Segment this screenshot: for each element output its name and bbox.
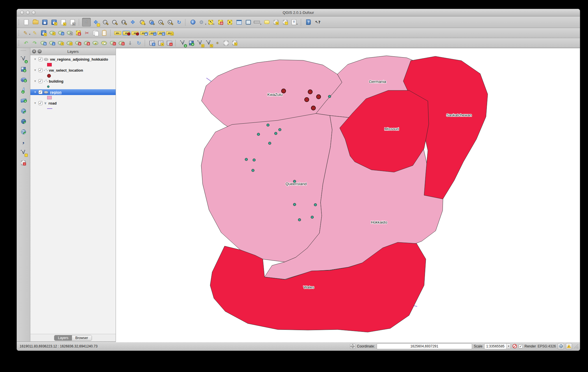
add-raster-layer-button[interactable]: + [19, 65, 28, 74]
save-project-button[interactable] [40, 18, 49, 27]
offline-editing-remove-button[interactable]: − [165, 39, 173, 47]
grass-tools-button[interactable]: ✶ [213, 39, 221, 47]
move-feature-button[interactable]: → [57, 29, 65, 37]
layer-row-region[interactable]: ▼✓region [30, 89, 116, 95]
delete-part-button[interactable]: × [83, 39, 91, 47]
zoom-full-extent-button[interactable]: ✥ [128, 18, 137, 27]
zoom-out-button[interactable]: − [110, 18, 119, 27]
rotate-feature-button[interactable]: ↻ [39, 39, 47, 47]
offset-curve-button[interactable]: ↓ [126, 39, 134, 47]
field-calculator-button[interactable] [244, 18, 253, 27]
redo-button[interactable]: ↷ [31, 39, 39, 47]
node-tool-button[interactable]: ✎ [66, 29, 74, 37]
new-print-composer-button[interactable]: ✶ [59, 18, 68, 27]
new-shapefile-layer-button[interactable]: V [19, 148, 28, 157]
composer-manager-button[interactable]: ✶ [68, 18, 77, 27]
add-feature-button[interactable]: ✶ [48, 29, 56, 37]
pan-to-selection-button[interactable]: ✥ [91, 18, 100, 27]
deselect-features-button[interactable]: ∅ [216, 18, 225, 27]
copy-features-button[interactable] [92, 29, 100, 37]
delete-ring-button[interactable]: × [74, 39, 82, 47]
show-bookmarks-button[interactable] [281, 18, 290, 27]
layer-row-vw_select_location[interactable]: ▼✓vw_select_location [30, 67, 116, 73]
open-attribute-table-button[interactable] [235, 18, 243, 27]
expand-arrow-icon[interactable]: ▼ [34, 58, 38, 61]
layer-visibility-checkbox[interactable]: ✓ [38, 101, 42, 105]
layer-row-road[interactable]: ▼✓∨road [30, 100, 116, 106]
cut-features-button[interactable]: ✂ [83, 29, 91, 37]
offline-editing-sync-button[interactable]: ↑ [148, 39, 156, 47]
map-canvas[interactable]: KwaZuluGermaniaMissouriSaskatchewanQueen… [116, 48, 580, 341]
title-bar[interactable]: QGIS 2.0.1-Dufour [17, 9, 580, 16]
log-messages-button[interactable]: ! [566, 343, 572, 349]
current-edits-button[interactable]: ✎▾ [22, 29, 30, 37]
pin-unpin-labels-button[interactable]: ab● [131, 29, 139, 37]
zoom-last-button[interactable]: ◂ [156, 18, 165, 27]
crs-status-button[interactable] [558, 343, 564, 349]
expand-arrow-icon[interactable]: ▼ [34, 91, 38, 94]
help-button[interactable]: ? [304, 18, 313, 27]
add-wcs-layer-button[interactable]: + [19, 117, 28, 126]
grass-new-vector-button[interactable]: V+ [179, 39, 187, 47]
text-annotation-button[interactable]: T▾ [290, 18, 299, 27]
new-project-button[interactable] [22, 18, 31, 27]
expand-arrow-icon[interactable]: ▼ [34, 69, 38, 72]
grass-edit-attributes-button[interactable]: V✎ [205, 39, 213, 47]
whats-this-button[interactable]: ↖? [313, 18, 322, 27]
reshape-features-button[interactable]: ◢ [91, 39, 99, 47]
scale-combobox[interactable]: 1:33565585 ▾ [484, 343, 511, 349]
rotate-label-button[interactable]: abc↻ [157, 29, 165, 37]
add-wfs-layer-button[interactable]: + [19, 127, 28, 136]
grass-edit-vector-button[interactable]: V✶ [196, 39, 204, 47]
paste-features-button[interactable] [100, 29, 108, 37]
add-delimited-text-layer-button[interactable]: , [19, 138, 28, 146]
layer-visibility-checkbox[interactable]: ✓ [38, 90, 42, 94]
toggle-editing-button[interactable]: ✎ [31, 29, 39, 37]
coordinate-input[interactable] [377, 343, 472, 349]
select-features-button[interactable]: ↖▾ [207, 18, 216, 27]
zoom-in-button[interactable]: + [101, 18, 109, 27]
add-wms-layer-button[interactable]: + [19, 107, 28, 115]
add-ring-button[interactable]: ✶ [57, 39, 65, 47]
new-spatialite-layer-button[interactable]: · [19, 159, 28, 167]
delete-selected-button[interactable]: × [74, 29, 82, 37]
split-parts-button[interactable]: ✂ [117, 39, 125, 47]
zoom-to-layer-button[interactable] [147, 18, 156, 27]
labeling-options-button[interactable]: abc [114, 29, 122, 37]
render-checkbox[interactable]: ✓ [519, 344, 523, 348]
rotate-point-symbols-button[interactable]: ↻ [135, 39, 143, 47]
layer-visibility-checkbox[interactable]: ✓ [38, 57, 42, 61]
highlight-pinned-labels-button[interactable]: abc◉ [140, 29, 148, 37]
grass-edit-region-button[interactable]: ✎ [231, 39, 239, 47]
split-features-button[interactable]: ✂ [109, 39, 117, 47]
tab-browser[interactable]: Browser [72, 335, 92, 341]
expand-arrow-icon[interactable]: ▼ [34, 80, 38, 83]
grass-region-button[interactable] [222, 39, 230, 47]
scale-dropdown-arrow-icon[interactable]: ▾ [506, 344, 511, 349]
fill-ring-button[interactable] [100, 39, 108, 47]
offline-editing-convert-button[interactable]: ✶ [157, 39, 165, 47]
layer-row-vw_regions_adjoining_hokkaido[interactable]: ▼✓vw_regions_adjoining_hokkaido [30, 56, 116, 62]
expand-arrow-icon[interactable]: ▼ [34, 102, 38, 105]
save-project-as-button[interactable]: ✎ [50, 18, 58, 27]
tab-layers[interactable]: Layers [54, 335, 72, 341]
zoom-to-selection-button[interactable] [138, 18, 146, 27]
pan-map-button[interactable]: ☝ [82, 18, 91, 27]
zoom-actual-size-button[interactable]: 1:1 [119, 18, 128, 27]
open-project-button[interactable] [31, 18, 40, 27]
move-label-button[interactable]: abc→ [148, 29, 156, 37]
add-mssql-layer-button[interactable]: + [19, 96, 28, 105]
save-layer-edits-button[interactable]: ✎ [40, 29, 48, 37]
add-part-button[interactable]: ✶ [65, 39, 73, 47]
layer-row-building[interactable]: ▼✓building [30, 78, 116, 84]
add-postgis-layer-button[interactable]: + [19, 75, 28, 84]
grass-new-raster-button[interactable]: + [187, 39, 195, 47]
identify-features-button[interactable]: i [188, 18, 197, 27]
zoom-next-button[interactable]: ▸ [165, 18, 174, 27]
stop-rendering-icon[interactable] [513, 344, 517, 348]
run-feature-action-button[interactable]: ⚙▾ [198, 18, 206, 27]
pin-labels-active-button[interactable]: ab● [122, 29, 130, 37]
simplify-feature-button[interactable]: ↓ [48, 39, 56, 47]
new-bookmark-button[interactable]: ✶ [272, 18, 280, 27]
resize-grip[interactable] [574, 344, 578, 348]
